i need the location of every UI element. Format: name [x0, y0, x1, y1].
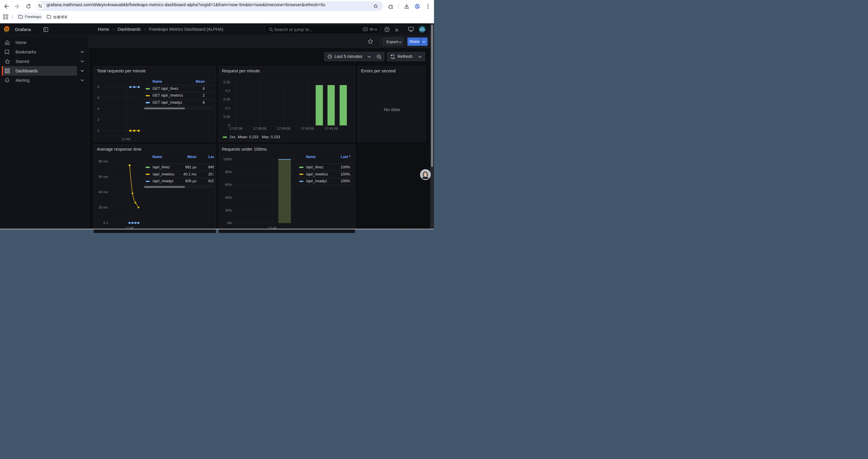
svg-text:?: ? [386, 28, 388, 31]
